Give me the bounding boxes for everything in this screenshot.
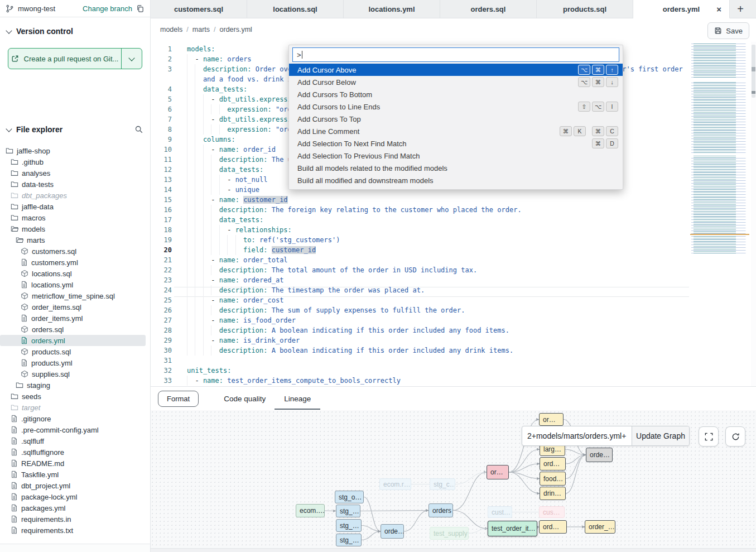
update-graph-button[interactable]: Update Graph [632,426,689,445]
lineage-node-orde[interactable]: orde… [586,448,613,462]
lineage-node-or[interactable]: or… [487,465,509,479]
code-line[interactable]: 22description: The total amount of the o… [151,265,689,275]
tree-item-.sqlfluffignore[interactable]: .sqlfluffignore [0,447,150,458]
tree-item-analyses[interactable]: analyses [0,167,150,179]
code-line[interactable]: 17data_tests: [151,215,689,225]
tree-item-data-tests[interactable]: data-tests [0,179,150,190]
tree-item-order_items.yml[interactable]: order_items.yml [0,313,150,324]
version-control-header[interactable]: Version control [0,25,150,38]
command-item-add-cursors-to-bottom[interactable]: Add Cursors To Bottom [289,88,623,100]
command-palette-input[interactable]: > [292,47,619,62]
lineage-node-cust[interactable]: cust… [488,506,512,518]
code-line[interactable]: 18- relationships: [151,225,689,235]
tree-item-products.sql[interactable]: products.sql [0,346,150,357]
lineage-node-order_[interactable]: order_… [585,520,615,534]
save-button[interactable]: Save [707,22,749,39]
lineage-node-test_order_it[interactable]: test_order_it… [488,521,537,536]
tree-item-.gitignore[interactable]: .gitignore [0,413,150,424]
tree-item-dbt_project.yml[interactable]: dbt_project.yml [0,480,150,491]
code-line[interactable]: 28description: A boolean indicating if t… [151,325,689,335]
change-branch-link[interactable]: Change branch [83,4,132,13]
tree-item-orders.yml[interactable]: orders.yml [0,335,146,346]
tab-products.sql[interactable]: products.sql [537,0,633,18]
tree-item-locations.yml[interactable]: locations.yml [0,279,150,290]
tree-item-staging[interactable]: staging [0,380,150,391]
tree-item-marts[interactable]: marts [0,234,150,246]
search-icon[interactable] [134,125,143,134]
command-item-add-line-comment[interactable]: Add Line Comment⌘K⌘C [289,125,623,137]
tree-item-jaffle-data[interactable]: jaffle-data [0,201,150,212]
code-line[interactable]: 33- name: test_order_items_compute_to_bo… [151,376,689,386]
code-line[interactable]: 32unit_tests: [151,366,689,376]
tree-item-seeds[interactable]: seeds [0,391,150,402]
tab-lineage[interactable]: Lineage [275,387,320,410]
lineage-node-cus[interactable]: cus… [539,506,565,518]
tree-item-metricflow_time_spine.sql[interactable]: metricflow_time_spine.sql [0,290,150,301]
code-line[interactable]: 27- name: is_food_order [151,315,689,325]
tab-code-quality[interactable]: Code quality [224,387,266,410]
lineage-scrollbar[interactable] [151,548,756,552]
lineage-node-stg_[interactable]: stg_… [336,505,360,517]
tree-item-Taskfile.yml[interactable]: Taskfile.yml [0,469,150,480]
code-line[interactable]: 25- name: order_cost [151,295,689,305]
lineage-node-orders[interactable]: orders [428,503,453,517]
lineage-canvas[interactable]: ecom….stg_o…stg_…stg_…stg_…orde…ordersec… [151,410,756,548]
code-line[interactable]: 29- name: is_drink_order [151,335,689,345]
tree-item-macros[interactable]: macros [0,212,150,223]
tab-orders.sql[interactable]: orders.sql [440,0,537,18]
new-tab-button[interactable]: + [730,0,751,18]
tree-item-customers.yml[interactable]: customers.yml [0,257,150,268]
copy-icon[interactable] [136,4,145,13]
breadcrumb-item[interactable]: models [160,26,182,33]
tree-item-customers.sql[interactable]: customers.sql [0,246,150,257]
tree-item-orders.sql[interactable]: orders.sql [0,324,150,335]
lineage-node-test_supply[interactable]: test_supply… [430,527,469,540]
code-line[interactable]: 24description: The timestamp the order w… [151,285,689,295]
command-item-add-selection-to-previous-find-match[interactable]: Add Selection To Previous Find Match [289,150,623,162]
code-line[interactable]: 16description: The foreign key relating … [151,205,689,215]
command-item-build-all-models-related-to-the-modified-models[interactable]: Build all models related to the modified… [289,162,623,174]
lineage-node-stg_[interactable]: stg_… [336,534,362,546]
command-item-add-cursors-to-line-ends[interactable]: Add Cursors to Line Ends⇧⌥I [289,100,623,113]
breadcrumb-item[interactable]: orders.yml [220,26,252,33]
tree-item-packages.yml[interactable]: packages.yml [0,502,150,513]
tree-item-models[interactable]: models [0,223,150,234]
tree-item-README.md[interactable]: README.md [0,458,150,469]
tree-item-jaffle-shop[interactable]: jaffle-shop [0,145,150,156]
code-line[interactable]: 15- name: customer_id [151,195,689,205]
lineage-node-ord[interactable]: ord… [539,520,567,534]
file-explorer-header[interactable]: File explorer [0,123,150,136]
code-line[interactable]: 31 [151,356,689,366]
lineage-node-ecom[interactable]: ecom…. [296,504,325,517]
lineage-node-drin[interactable]: drin… [540,487,566,500]
tree-item-supplies.sql[interactable]: supplies.sql [0,368,150,380]
command-item-add-cursor-below[interactable]: Add Cursor Below⌥⌘↓ [289,76,623,88]
tab-orders.yml[interactable]: orders.yml× [633,0,730,18]
refresh-button[interactable] [725,426,745,447]
code-line[interactable]: 21- name: order_total [151,255,689,265]
tree-item-requirements.txt[interactable]: requirements.txt [0,525,150,536]
lineage-node-food[interactable]: food… [540,472,566,486]
format-button[interactable]: Format [158,391,199,407]
lineage-node-stg_[interactable]: stg_… [336,519,362,532]
fullscreen-button[interactable] [699,426,719,447]
lineage-node-stg_c[interactable]: stg_c… [430,478,455,490]
lineage-node-stg_o[interactable]: stg_o… [335,491,364,503]
code-line[interactable]: 30description: A boolean indicating if t… [151,345,689,356]
lineage-node-ecomr[interactable]: ecom.r… [379,478,411,490]
tree-item-requirements.in[interactable]: requirements.in [0,513,150,525]
command-item-add-selection-to-next-find-match[interactable]: Add Selection To Next Find Match⌘D [289,137,623,150]
code-line[interactable]: 23- name: ordered_at [151,275,689,285]
code-line[interactable]: 20field: customer_id [151,245,689,255]
tree-item-locations.sql[interactable]: locations.sql [0,268,150,279]
command-item-add-cursor-above[interactable]: Add Cursor Above⌥⌘↑ [289,64,623,76]
tree-item-.pre-commit-config.yaml[interactable]: .pre-commit-config.yaml [0,424,150,435]
tree-item-order_items.sql[interactable]: order_items.sql [0,301,150,313]
editor-scrollbar[interactable] [751,42,756,386]
tree-item-.github[interactable]: .github [0,156,150,167]
pr-dropdown-caret[interactable] [121,49,142,69]
lineage-node-ord[interactable]: ord… [540,457,566,471]
lineage-node-or[interactable]: or… [539,413,564,426]
tab-customers.sql[interactable]: customers.sql [151,0,247,18]
graph-selector-input[interactable] [522,426,632,445]
